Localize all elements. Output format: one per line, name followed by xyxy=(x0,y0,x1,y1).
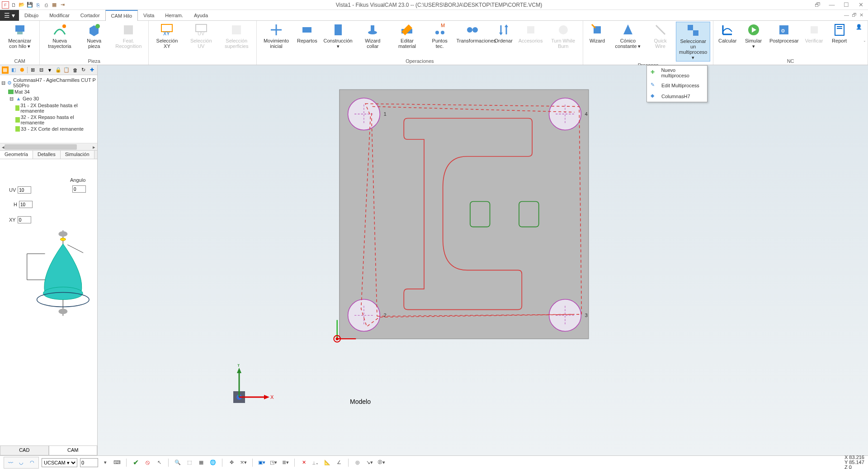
viewmode-1-icon[interactable]: 〰 xyxy=(6,458,15,467)
postprocesar-button[interactable]: ⚙Postprocesar xyxy=(768,22,800,44)
report-button[interactable]: Report xyxy=(828,22,851,44)
layers-icon[interactable]: ≣▾ xyxy=(281,458,290,467)
menu-item-nuevo-multiproceso[interactable]: ✚Nuevo multiproceso xyxy=(647,66,707,80)
mdi-restore-icon[interactable]: 🗗 xyxy=(852,12,857,18)
view-cylinder-icon[interactable]: ◧ xyxy=(10,66,17,74)
tab-geometria[interactable]: Geometría xyxy=(0,151,33,159)
view-hex-icon[interactable]: ⬢ xyxy=(19,66,25,74)
user-small-button[interactable]: 👤 xyxy=(854,22,865,33)
minus-icon[interactable]: ⊟ xyxy=(8,95,14,102)
nueva-pieza-button[interactable]: Nueva pieza xyxy=(80,22,109,50)
save-icon[interactable]: 💾 xyxy=(26,1,33,9)
restore-icon[interactable]: 🗗 xyxy=(812,1,823,8)
check-icon[interactable]: ✔ xyxy=(131,458,140,467)
tab-modificar[interactable]: Modificar xyxy=(44,10,75,21)
ucs-select[interactable]: UCSCAM ▾ xyxy=(42,458,77,467)
save-all-icon[interactable]: ⎘ xyxy=(34,1,42,9)
ucs-num-input[interactable] xyxy=(80,458,98,467)
zoom-window-icon[interactable]: ⬚ xyxy=(185,458,194,467)
dropdown-icon[interactable]: ▾ xyxy=(101,458,110,467)
mecanizar-con-hilo-button[interactable]: Mecanizar con hilo ▾ xyxy=(3,22,37,50)
viewport[interactable]: 1 4 2 3 xyxy=(98,65,868,455)
tab-cam-hilo[interactable]: CAM Hilo xyxy=(105,10,138,21)
file-menu-button[interactable]: ☰ ▾ xyxy=(0,10,19,21)
misc-icon[interactable]: ⦿▾ xyxy=(377,458,386,467)
wizard-collar-button[interactable]: Wizard collar xyxy=(358,22,388,50)
stop-icon[interactable]: ⦸ xyxy=(143,458,152,467)
transformaciones-button[interactable]: Transformaciones xyxy=(456,22,490,44)
scroll-thumb[interactable] xyxy=(5,144,77,150)
tab-ayuda[interactable]: Ayuda xyxy=(189,10,213,21)
editar-material-button[interactable]: Editar material xyxy=(391,22,424,50)
open-icon[interactable]: 📂 xyxy=(18,1,25,9)
tree-root[interactable]: ⊟⚙ColumnasH7 - AgieCharmilles CUT P 550P… xyxy=(1,77,96,89)
add-icon[interactable]: ✚ xyxy=(89,66,95,74)
mdi-close-icon[interactable]: ✕ xyxy=(859,12,863,18)
minimize-icon[interactable]: — xyxy=(826,1,837,8)
ordenar-button[interactable]: Ordenar xyxy=(492,22,515,44)
scroll-right-icon[interactable]: ▸ xyxy=(91,143,97,151)
lock-icon[interactable]: 🔒 xyxy=(55,66,61,74)
tab-simulacion[interactable]: Simulación xyxy=(61,151,94,159)
axis-icon[interactable]: ⤧▾ xyxy=(239,458,248,467)
new-icon[interactable]: 🗋 xyxy=(10,1,17,9)
clipboard-icon[interactable]: 📋 xyxy=(63,66,70,74)
globe-icon[interactable]: 🌐 xyxy=(208,458,217,467)
tab-cam[interactable]: CAM xyxy=(49,445,98,455)
angulo-input[interactable] xyxy=(72,185,86,193)
tree-collapse-icon[interactable]: ⊟ xyxy=(38,66,45,74)
close-icon[interactable]: ✕ xyxy=(855,1,866,8)
simular-button[interactable]: Simular ▾ xyxy=(741,22,765,50)
zoom-in-icon[interactable]: 🔍 xyxy=(173,458,182,467)
minus-icon[interactable]: ⊟ xyxy=(1,80,6,86)
exit-icon[interactable]: ⇥ xyxy=(59,1,66,9)
filter-icon[interactable]: ▼ xyxy=(47,66,53,74)
box-icon[interactable]: ▣▾ xyxy=(257,458,266,467)
layout-icon[interactable]: ▦ xyxy=(51,1,58,9)
zoom-fit-icon[interactable]: ▦ xyxy=(197,458,206,467)
nueva-trayectoria-button[interactable]: Nueva trayectoria xyxy=(42,22,76,50)
direction-icon[interactable]: ↘▾ xyxy=(365,458,374,467)
repartos-button[interactable]: Repartos xyxy=(296,22,318,44)
keyboard-icon[interactable]: ⌨ xyxy=(113,458,122,467)
axis-gizmo[interactable]: Y X xyxy=(224,364,274,415)
tree-geo[interactable]: ⊟▲Geo 30 xyxy=(1,95,96,102)
tab-cortador[interactable]: Cortador xyxy=(75,10,105,21)
dimension-icon[interactable]: ⟂▾ xyxy=(311,458,320,467)
seleccion-xy-button[interactable]: XYSelección XY xyxy=(151,22,183,50)
tree-mat[interactable]: Mat 34 xyxy=(1,89,96,95)
viewmode-3-icon[interactable]: ◠ xyxy=(28,458,37,467)
angle-icon[interactable]: ∠ xyxy=(335,458,344,467)
print-icon[interactable]: ⎙ xyxy=(42,1,50,9)
puntos-tec-button[interactable]: MPuntos tec. xyxy=(426,22,453,50)
tree-op-33[interactable]: 33 - 2X Corte del remanente xyxy=(1,126,96,132)
view-box-icon[interactable]: ▦ xyxy=(2,66,9,74)
measure-icon[interactable]: 📐 xyxy=(323,458,332,467)
cursor-icon[interactable]: ↖ xyxy=(155,458,164,467)
tab-detalles[interactable]: Detalles xyxy=(33,151,61,159)
conico-constante-button[interactable]: Cónico constante ▾ xyxy=(611,22,645,50)
target-icon[interactable]: ◎ xyxy=(353,458,362,467)
h-input[interactable] xyxy=(19,201,33,208)
menu-item-columnash7[interactable]: ◆ColumnasH7 xyxy=(647,91,707,102)
wizard-button[interactable]: Wizard xyxy=(586,22,609,44)
mdi-minimize-icon[interactable]: — xyxy=(844,12,849,18)
xy-input[interactable] xyxy=(18,216,31,223)
viewmode-2-icon[interactable]: ◡ xyxy=(17,458,26,467)
maximize-icon[interactable]: ☐ xyxy=(841,1,852,8)
uv-input[interactable] xyxy=(18,186,31,194)
tab-vista[interactable]: Vista xyxy=(138,10,160,21)
tree-hscrollbar[interactable]: ◂ ▸ xyxy=(0,143,97,150)
seleccionar-multiproceso-button[interactable]: Seleccionar un multiproceso ▾ xyxy=(676,22,710,62)
tree-expand-icon[interactable]: ⊞ xyxy=(29,66,36,74)
trash-icon[interactable]: 🗑 xyxy=(72,66,79,74)
tab-herram[interactable]: Herram. xyxy=(160,10,189,21)
tab-cad[interactable]: CAD xyxy=(0,445,49,455)
cancel-icon[interactable]: ✕ xyxy=(299,458,308,467)
menu-item-edit-multiprocess[interactable]: ✎Edit Multiprocess xyxy=(647,80,707,91)
move-icon[interactable]: ✥ xyxy=(227,458,236,467)
tab-dibujo[interactable]: Dibujo xyxy=(19,10,44,21)
calcular-button[interactable]: Calcular xyxy=(716,22,739,44)
tree-op-32[interactable]: 32 - 2X Repaso hasta el remanente xyxy=(1,114,96,126)
ribbon-collapse-icon[interactable]: ˇ xyxy=(864,40,865,45)
